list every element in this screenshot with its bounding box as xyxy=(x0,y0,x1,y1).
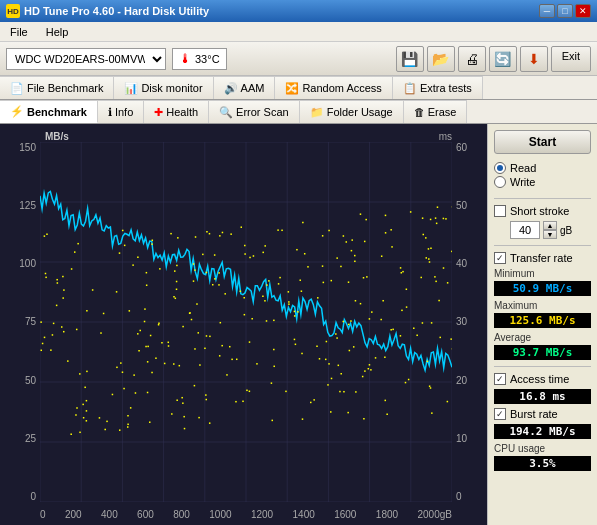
benchmark-icon: ⚡ xyxy=(10,105,24,118)
file-benchmark-icon: 📄 xyxy=(10,82,24,95)
minimum-value: 50.9 MB/s xyxy=(494,281,591,296)
y-axis-left: 150 125 100 75 50 25 0 xyxy=(5,142,40,502)
benchmark-chart xyxy=(40,142,452,502)
title-bar: HD HD Tune Pro 4.60 - Hard Disk Utility … xyxy=(0,0,597,22)
y-axis-left-label: MB/s xyxy=(45,131,69,142)
erase-icon: 🗑 xyxy=(414,106,425,118)
main-content: MB/s ms 150 125 100 75 50 25 0 60 50 xyxy=(0,124,597,525)
write-radio[interactable] xyxy=(494,176,506,188)
drive-dropdown[interactable]: WDC WD20EARS-00MVWB0 (2000 gE ▼ xyxy=(6,48,166,70)
tab-error-scan[interactable]: 🔍 Error Scan xyxy=(209,100,300,123)
aam-icon: 🔊 xyxy=(224,82,238,95)
tab-aam[interactable]: 🔊 AAM xyxy=(214,76,276,99)
tab-file-benchmark[interactable]: 📄 File Benchmark xyxy=(0,76,114,99)
menu-bar: File Help xyxy=(0,22,597,42)
thermometer-icon: 🌡 xyxy=(179,51,192,66)
transfer-rate-option[interactable]: ✓ Transfer rate xyxy=(494,252,591,264)
average-value: 93.7 MB/s xyxy=(494,345,591,360)
print-icon-btn[interactable]: 🖨 xyxy=(458,46,486,72)
tab-extra-tests[interactable]: 📋 Extra tests xyxy=(393,76,483,99)
short-stroke-option[interactable]: Short stroke xyxy=(494,205,591,217)
x-axis: 0 200 400 600 800 1000 1200 1400 1600 18… xyxy=(40,509,452,520)
toolbar-buttons: 💾 📂 🖨 🔄 ⬇ Exit xyxy=(396,46,591,72)
save-icon-btn[interactable]: 💾 xyxy=(396,46,424,72)
cpu-usage-value: 3.5% xyxy=(494,456,591,471)
maximum-stat: Maximum 125.6 MB/s xyxy=(494,300,591,328)
maximize-button[interactable]: □ xyxy=(557,4,573,18)
read-option[interactable]: Read xyxy=(494,162,591,174)
minimize-button[interactable]: ─ xyxy=(539,4,555,18)
y-axis-right: 60 50 40 30 20 10 0 xyxy=(452,142,482,502)
start-button[interactable]: Start xyxy=(494,130,591,154)
info-icon: ℹ xyxy=(108,106,112,119)
cpu-usage-stat: CPU usage 3.5% xyxy=(494,443,591,471)
tab-row-1: 📄 File Benchmark 📊 Disk monitor 🔊 AAM 🔀 … xyxy=(0,76,597,100)
burst-rate-checkbox[interactable]: ✓ xyxy=(494,408,506,420)
maximum-value: 125.6 MB/s xyxy=(494,313,591,328)
access-time-checkbox[interactable]: ✓ xyxy=(494,373,506,385)
window-title: HD Tune Pro 4.60 - Hard Disk Utility xyxy=(24,5,209,17)
minimum-stat: Minimum 50.9 MB/s xyxy=(494,268,591,296)
y-axis-right-label: ms xyxy=(439,131,452,142)
transfer-rate-checkbox[interactable]: ✓ xyxy=(494,252,506,264)
burst-rate-option[interactable]: ✓ Burst rate xyxy=(494,408,591,420)
tab-benchmark[interactable]: ⚡ Benchmark xyxy=(0,100,98,123)
divider-1 xyxy=(494,198,591,199)
drive-select-area: WDC WD20EARS-00MVWB0 (2000 gE ▼ xyxy=(6,48,166,70)
read-write-options: Read Write xyxy=(494,162,591,188)
stroke-value-input[interactable] xyxy=(510,221,540,239)
tab-health[interactable]: ✚ Health xyxy=(144,100,209,123)
access-time-option[interactable]: ✓ Access time xyxy=(494,373,591,385)
chart-area: MB/s ms 150 125 100 75 50 25 0 60 50 xyxy=(0,124,487,525)
average-stat: Average 93.7 MB/s xyxy=(494,332,591,360)
menu-help[interactable]: Help xyxy=(42,26,73,38)
right-panel: Start Read Write Short stroke ▲ ▼ gB xyxy=(487,124,597,525)
tab-info[interactable]: ℹ Info xyxy=(98,100,144,123)
stroke-input-area: ▲ ▼ gB xyxy=(510,221,591,239)
exit-button[interactable]: Exit xyxy=(551,46,591,72)
tab-erase[interactable]: 🗑 Erase xyxy=(404,100,468,123)
tab-random-access[interactable]: 🔀 Random Access xyxy=(275,76,392,99)
stroke-up-btn[interactable]: ▲ xyxy=(543,221,557,230)
random-access-icon: 🔀 xyxy=(285,82,299,95)
stroke-unit: gB xyxy=(560,225,572,236)
short-stroke-checkbox[interactable] xyxy=(494,205,506,217)
read-radio[interactable] xyxy=(494,162,506,174)
access-time-value: 16.8 ms xyxy=(494,389,591,404)
stroke-spinners: ▲ ▼ xyxy=(543,221,557,239)
divider-2 xyxy=(494,245,591,246)
health-icon: ✚ xyxy=(154,106,163,119)
tab-disk-monitor[interactable]: 📊 Disk monitor xyxy=(114,76,213,99)
divider-3 xyxy=(494,366,591,367)
refresh-icon-btn[interactable]: 🔄 xyxy=(489,46,517,72)
tab-row-2: ⚡ Benchmark ℹ Info ✚ Health 🔍 Error Scan… xyxy=(0,100,597,124)
close-button[interactable]: ✕ xyxy=(575,4,591,18)
disk-monitor-icon: 📊 xyxy=(124,82,138,95)
burst-rate-value: 194.2 MB/s xyxy=(494,424,591,439)
folder-usage-icon: 📁 xyxy=(310,106,324,119)
download-icon-btn[interactable]: ⬇ xyxy=(520,46,548,72)
app-icon: HD xyxy=(6,4,20,18)
extra-tests-icon: 📋 xyxy=(403,82,417,95)
folder-icon-btn[interactable]: 📂 xyxy=(427,46,455,72)
error-scan-icon: 🔍 xyxy=(219,106,233,119)
tab-folder-usage[interactable]: 📁 Folder Usage xyxy=(300,100,404,123)
write-option[interactable]: Write xyxy=(494,176,591,188)
temperature-value: 33°C xyxy=(195,53,220,65)
menu-file[interactable]: File xyxy=(6,26,32,38)
temperature-display: 🌡 33°C xyxy=(172,48,227,70)
stroke-down-btn[interactable]: ▼ xyxy=(543,230,557,239)
toolbar: WDC WD20EARS-00MVWB0 (2000 gE ▼ 🌡 33°C 💾… xyxy=(0,42,597,76)
